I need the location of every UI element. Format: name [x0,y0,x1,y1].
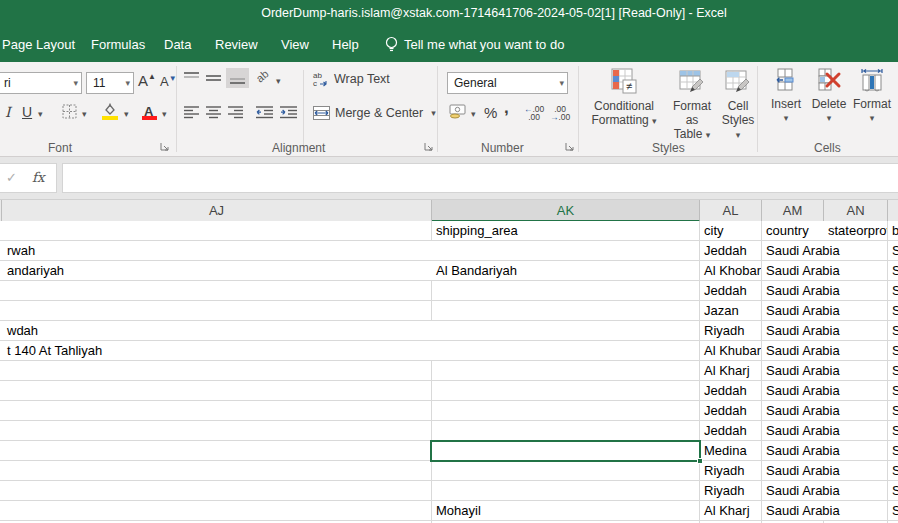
enter-check-icon[interactable]: ✓ [6,170,17,185]
cell-edge[interactable]: S [888,321,898,341]
column-header-partial-right[interactable] [888,200,898,222]
cell-styles-button[interactable]: Cell Styles ▾ [718,68,758,142]
cell-edge[interactable]: S [888,501,898,521]
cell-ak[interactable] [432,401,700,421]
cell-ak[interactable]: Mohayil [432,501,700,521]
cell-an[interactable] [824,341,888,361]
cell-ak[interactable]: shipping_area [432,221,700,241]
cell-edge[interactable]: b [888,221,898,241]
cell-aj[interactable] [0,381,432,401]
cell-aj[interactable] [0,501,432,521]
cell-aj[interactable] [0,361,432,381]
italic-button[interactable]: I [5,104,11,120]
number-format-combo[interactable]: General ▾ [447,72,568,94]
column-header-am[interactable]: AM [762,200,824,222]
cell-edge[interactable]: S [888,441,898,461]
cell-an[interactable] [824,421,888,441]
cell-an[interactable] [824,281,888,301]
cell-an[interactable] [824,321,888,341]
cell-aj[interactable] [0,461,432,481]
tab-page-layout[interactable]: Page Layout [2,37,75,52]
cell-am[interactable]: Saudi Arabia [762,481,824,501]
cell-edge[interactable]: S [888,281,898,301]
cell-ak[interactable] [432,481,700,501]
orientation-button[interactable]: ab [254,67,271,84]
chevron-down-icon[interactable]: ▾ [124,109,129,119]
cell-ak[interactable] [432,421,700,441]
cell-al[interactable]: Al Khobar [700,261,762,281]
format-cells-button[interactable]: Format ▾ [850,68,894,125]
cell-al[interactable]: Jeddah [700,241,762,261]
cell-al[interactable]: Medina [700,441,762,461]
cell-an[interactable] [824,401,888,421]
cell-aj[interactable] [0,221,432,241]
cell-ak[interactable] [432,381,700,401]
borders-button[interactable] [62,104,77,119]
font-name-combo[interactable]: ri ▾ [0,72,82,94]
tab-view[interactable]: View [281,37,309,52]
cell-al[interactable]: Riyadh [700,481,762,501]
cell-an[interactable] [824,381,888,401]
cell-al[interactable]: Al Khubar [700,341,762,361]
cell-am[interactable]: Saudi Arabia [762,501,824,521]
fill-color-button[interactable] [102,103,118,120]
cell-al[interactable]: Jazan [700,301,762,321]
chevron-down-icon[interactable]: ▾ [276,76,281,86]
decrease-decimal-button[interactable]: .00 →.00 [550,105,570,121]
cell-ak[interactable] [432,441,700,461]
cell-aj[interactable] [0,421,432,441]
column-header-al[interactable]: AL [700,200,762,222]
cell-aj[interactable]: rwah [0,241,432,261]
cell-am[interactable]: Saudi Arabia [762,441,824,461]
cell-edge[interactable]: S [888,361,898,381]
cell-al[interactable]: Al Kharj [700,361,762,381]
cell-an[interactable] [824,441,888,461]
font-size-combo[interactable]: 11 ▾ [86,72,134,94]
cell-an[interactable] [824,241,888,261]
merge-center-button[interactable]: Merge & Center ▾ [313,106,436,120]
cell-aj[interactable]: t 140 At Tahliyah [0,341,432,361]
cell-al[interactable]: Jeddah [700,281,762,301]
cell-al[interactable]: Riyadh [700,461,762,481]
cell-ak[interactable] [432,461,700,481]
alignment-dialog-launcher-icon[interactable] [424,142,434,152]
cell-al[interactable]: Jeddah [700,401,762,421]
cell-edge[interactable]: S [888,241,898,261]
chevron-down-icon[interactable]: ▾ [38,109,43,119]
accounting-format-button[interactable] [449,103,468,119]
format-as-table-button[interactable]: Format as Table ▾ [666,68,718,142]
font-dialog-launcher-icon[interactable] [160,142,170,152]
align-left-button[interactable] [184,106,199,118]
cell-aj[interactable] [0,481,432,501]
cell-am[interactable]: Saudi Arabia [762,461,824,481]
cell-edge[interactable]: S [888,381,898,401]
cell-an[interactable] [824,301,888,321]
insert-cells-button[interactable]: Insert ▾ [766,68,806,125]
cell-am[interactable]: Saudi Arabia [762,401,824,421]
underline-button[interactable]: U [22,104,32,120]
cell-aj[interactable]: andariyah [0,261,432,281]
cell-ak[interactable] [432,281,700,301]
cell-edge[interactable]: S [888,461,898,481]
cell-edge[interactable]: S [888,341,898,361]
cell-am[interactable]: Saudi Arabia [762,381,824,401]
conditional-formatting-button[interactable]: ≠ Conditional Formatting ▾ [585,68,663,128]
column-header-aj[interactable]: AJ [2,200,432,222]
cell-ak[interactable] [432,341,700,361]
cell-al[interactable]: Jeddah [700,421,762,441]
cell-am[interactable]: country [762,221,824,241]
increase-indent-button[interactable] [280,106,297,118]
tell-me-box[interactable]: Tell me what you want to do [404,37,564,52]
insert-function-fx-icon[interactable]: fx [32,169,45,185]
cell-al[interactable]: Al Kharj [700,501,762,521]
chevron-down-icon[interactable]: ▾ [471,109,476,119]
cell-edge[interactable]: S [888,301,898,321]
font-color-button[interactable]: A [142,103,157,120]
cell-aj[interactable] [0,301,432,321]
column-header-ak[interactable]: AK [432,200,700,222]
cell-an[interactable] [824,501,888,521]
cell-an[interactable] [824,361,888,381]
number-dialog-launcher-icon[interactable] [565,142,575,152]
chevron-down-icon[interactable]: ▾ [162,109,167,119]
cell-am[interactable]: Saudi Arabia [762,321,824,341]
